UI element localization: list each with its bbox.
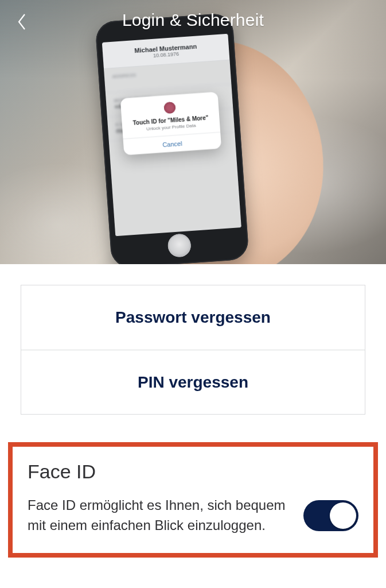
- forgot-password-button[interactable]: Passwort vergessen: [21, 285, 365, 350]
- fingerprint-icon: [163, 102, 176, 114]
- toggle-knob-icon: [330, 502, 356, 529]
- hero-image: Login & Sicherheit Michael Mustermann 10…: [0, 0, 386, 264]
- forgot-pin-button[interactable]: PIN vergessen: [21, 350, 365, 414]
- phone-profile-dob: 10.08.1976: [153, 51, 180, 58]
- touchid-dialog: Touch ID for "Miles & More" Unlock your …: [120, 91, 221, 155]
- page-title: Login & Sicherheit: [122, 10, 264, 30]
- home-button-icon: [167, 233, 192, 258]
- faceid-description: Face ID ermöglicht es Ihnen, sich bequem…: [28, 496, 290, 536]
- back-button[interactable]: [10, 10, 33, 33]
- faceid-highlight-box: Face ID Face ID ermöglicht es Ihnen, sic…: [8, 442, 378, 558]
- faceid-title: Face ID: [28, 461, 358, 483]
- faceid-card: Face ID Face ID ermöglicht es Ihnen, sic…: [15, 449, 371, 551]
- phone-illustration: Michael Mustermann 10.08.1976 Address Mo…: [95, 13, 249, 264]
- options-list: Passwort vergessen PIN vergessen: [21, 285, 365, 415]
- chevron-left-icon: [17, 13, 27, 30]
- faceid-toggle[interactable]: [303, 500, 358, 531]
